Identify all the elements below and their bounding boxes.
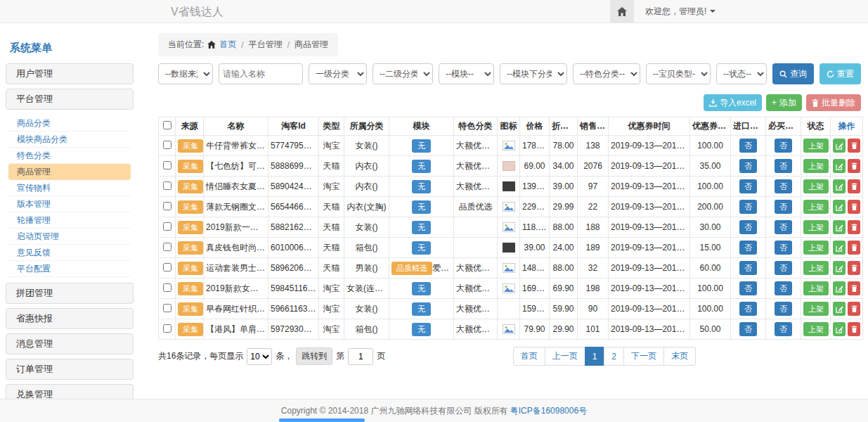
- filter-select-data-source[interactable]: --数据来源--: [158, 63, 213, 84]
- import-select-toggle[interactable]: 否: [739, 139, 757, 153]
- import-select-toggle[interactable]: 否: [739, 302, 757, 316]
- delete-button[interactable]: [848, 261, 860, 275]
- filter-select-module[interactable]: --模块--: [439, 63, 494, 84]
- delete-button[interactable]: [848, 302, 860, 316]
- edit-button[interactable]: [833, 241, 846, 255]
- page-prev-button[interactable]: 上一页: [545, 347, 585, 366]
- row-checkbox[interactable]: [163, 263, 171, 271]
- sidebar-item[interactable]: 特色分类: [8, 148, 131, 164]
- row-checkbox[interactable]: [163, 141, 171, 149]
- must-buy-toggle[interactable]: 否: [775, 159, 792, 173]
- delete-button[interactable]: [848, 220, 860, 234]
- must-buy-toggle[interactable]: 否: [775, 220, 792, 234]
- filter-select-level2-category[interactable]: --二级分类--: [373, 63, 433, 84]
- import-excel-button[interactable]: 导入excel: [704, 94, 762, 111]
- icp-link[interactable]: 粤ICP备16098006号: [510, 405, 587, 417]
- delete-button[interactable]: [848, 281, 860, 295]
- page-number-button[interactable]: 2: [604, 347, 624, 366]
- row-checkbox[interactable]: [163, 202, 171, 210]
- edit-button[interactable]: [833, 139, 846, 153]
- sidebar-item[interactable]: 商品分类: [8, 115, 131, 132]
- page-number-button[interactable]: 1: [585, 347, 605, 366]
- search-button[interactable]: 查询: [772, 63, 814, 84]
- row-checkbox[interactable]: [163, 161, 171, 170]
- sidebar-item[interactable]: 意见反馈: [8, 245, 131, 261]
- edit-button[interactable]: [833, 322, 846, 336]
- must-buy-toggle[interactable]: 否: [775, 322, 792, 336]
- status-button[interactable]: 上架: [803, 261, 829, 275]
- filter-select-item-type[interactable]: --宝贝类型--: [646, 63, 711, 84]
- filter-select-level1-category[interactable]: 一级分类: [309, 63, 367, 84]
- delete-button[interactable]: [848, 159, 860, 173]
- must-buy-toggle[interactable]: 否: [775, 281, 792, 295]
- delete-button[interactable]: [848, 322, 860, 336]
- page-first-button[interactable]: 首页: [513, 347, 545, 366]
- sidebar-group-header[interactable]: 订单管理: [6, 359, 134, 380]
- import-select-toggle[interactable]: 否: [739, 322, 757, 336]
- batch-delete-button[interactable]: 批量删除: [806, 94, 861, 111]
- import-select-toggle[interactable]: 否: [739, 241, 757, 255]
- row-checkbox[interactable]: [163, 181, 171, 190]
- filter-select-module-subcategory[interactable]: --模块下分类--: [500, 63, 567, 84]
- edit-button[interactable]: [833, 302, 846, 316]
- must-buy-toggle[interactable]: 否: [775, 139, 792, 153]
- row-checkbox[interactable]: [163, 304, 171, 312]
- reset-button[interactable]: 重置: [820, 63, 861, 84]
- delete-button[interactable]: [848, 241, 860, 255]
- row-checkbox[interactable]: [163, 243, 171, 251]
- sidebar-item[interactable]: 版本管理: [8, 196, 131, 212]
- edit-button[interactable]: [833, 281, 846, 295]
- page-next-button[interactable]: 下一页: [623, 347, 664, 366]
- user-menu[interactable]: 欢迎您，管理员!: [645, 6, 715, 18]
- edit-button[interactable]: [833, 200, 846, 214]
- row-checkbox[interactable]: [163, 283, 171, 292]
- sidebar-item[interactable]: 平台配置: [8, 261, 131, 277]
- edit-button[interactable]: [833, 159, 846, 173]
- import-select-toggle[interactable]: 否: [739, 179, 757, 193]
- must-buy-toggle[interactable]: 否: [775, 302, 792, 316]
- select-all-checkbox[interactable]: [163, 121, 171, 129]
- must-buy-toggle[interactable]: 否: [775, 241, 792, 255]
- status-button[interactable]: 上架: [803, 159, 829, 173]
- must-buy-toggle[interactable]: 否: [775, 200, 792, 214]
- edit-button[interactable]: [833, 261, 846, 275]
- filter-select-feature-category[interactable]: --特色分类--: [573, 63, 640, 84]
- edit-button[interactable]: [833, 179, 846, 193]
- delete-button[interactable]: [848, 139, 860, 153]
- sidebar-group-header[interactable]: 用户管理: [6, 63, 134, 84]
- name-search-input[interactable]: [219, 63, 303, 84]
- sidebar-group-header[interactable]: 省惠快报: [6, 308, 134, 329]
- row-checkbox[interactable]: [163, 324, 171, 333]
- sidebar-group-header[interactable]: 拼团管理: [6, 283, 134, 304]
- horizontal-scrollbar-thumb[interactable]: [279, 418, 365, 422]
- import-select-toggle[interactable]: 否: [739, 159, 757, 173]
- breadcrumb-home-link[interactable]: 首页: [219, 39, 236, 51]
- sidebar-group-header[interactable]: 平台管理: [6, 89, 134, 110]
- jump-to-button[interactable]: 跳转到: [296, 347, 332, 365]
- sidebar-group-header[interactable]: 消息管理: [6, 333, 134, 354]
- import-select-toggle[interactable]: 否: [739, 200, 757, 214]
- must-buy-toggle[interactable]: 否: [775, 261, 792, 275]
- must-buy-toggle[interactable]: 否: [775, 179, 792, 193]
- add-button[interactable]: + 添加: [766, 94, 802, 111]
- status-button[interactable]: 上架: [803, 302, 829, 316]
- status-button[interactable]: 上架: [803, 322, 829, 336]
- status-button[interactable]: 上架: [803, 281, 829, 295]
- page-number-input[interactable]: [348, 348, 373, 365]
- status-button[interactable]: 上架: [803, 220, 829, 234]
- sidebar-item[interactable]: 启动页管理: [8, 229, 131, 245]
- filter-select-status[interactable]: --状态--: [716, 63, 767, 84]
- page-last-button[interactable]: 末页: [663, 347, 696, 366]
- status-button[interactable]: 上架: [803, 241, 829, 255]
- delete-button[interactable]: [848, 200, 860, 214]
- home-button[interactable]: [610, 0, 634, 23]
- status-button[interactable]: 上架: [803, 179, 829, 193]
- status-button[interactable]: 上架: [803, 200, 829, 214]
- import-select-toggle[interactable]: 否: [739, 220, 757, 234]
- page-size-select[interactable]: 10: [247, 348, 272, 365]
- sidebar-item[interactable]: 轮播管理: [8, 212, 131, 229]
- sidebar-item[interactable]: 宣传物料: [8, 180, 131, 196]
- sidebar-item[interactable]: 模块商品分类: [8, 132, 131, 148]
- delete-button[interactable]: [848, 179, 860, 193]
- row-checkbox[interactable]: [163, 222, 171, 231]
